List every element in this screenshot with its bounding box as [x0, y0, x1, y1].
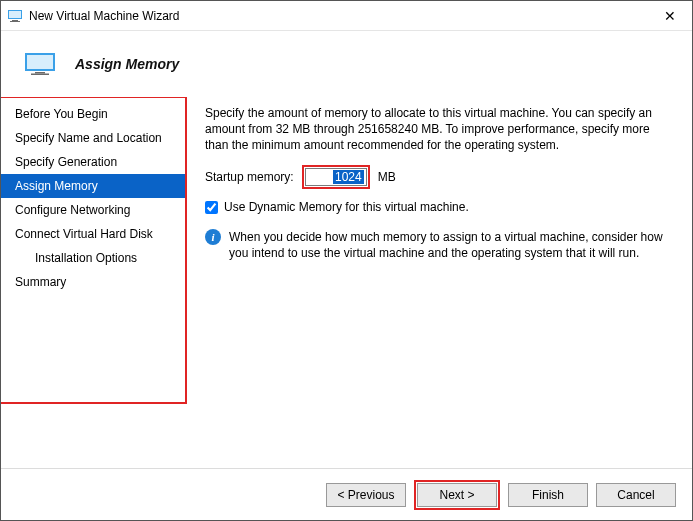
svg-rect-1	[9, 11, 21, 18]
wizard-step[interactable]: Specify Generation	[1, 150, 185, 174]
window-title: New Virtual Machine Wizard	[29, 9, 647, 23]
svg-rect-6	[35, 72, 45, 74]
next-button[interactable]: Next >	[417, 483, 497, 507]
startup-memory-label: Startup memory:	[205, 169, 294, 185]
info-icon: i	[205, 229, 221, 245]
wizard-step[interactable]: Before You Begin	[1, 102, 185, 126]
wizard-footer: < Previous Next > Finish Cancel	[1, 468, 692, 520]
startup-memory-highlight: 1024	[302, 165, 370, 189]
info-text: When you decide how much memory to assig…	[229, 229, 674, 261]
content-pane: Specify the amount of memory to allocate…	[187, 97, 692, 468]
previous-button[interactable]: < Previous	[326, 483, 406, 507]
dynamic-memory-label: Use Dynamic Memory for this virtual mach…	[224, 199, 469, 215]
wizard-window: New Virtual Machine Wizard ✕ Assign Memo…	[0, 0, 693, 521]
app-icon	[7, 8, 23, 24]
cancel-button[interactable]: Cancel	[596, 483, 676, 507]
wizard-step[interactable]: Configure Networking	[1, 198, 185, 222]
close-button[interactable]: ✕	[647, 1, 692, 30]
svg-rect-7	[31, 74, 49, 76]
memory-unit: MB	[378, 169, 396, 185]
wizard-steps: Before You BeginSpecify Name and Locatio…	[1, 97, 187, 404]
next-button-highlight: Next >	[414, 480, 500, 510]
dynamic-memory-checkbox[interactable]	[205, 201, 218, 214]
page-title: Assign Memory	[75, 56, 179, 72]
wizard-step[interactable]: Assign Memory	[1, 174, 185, 198]
wizard-step[interactable]: Specify Name and Location	[1, 126, 185, 150]
wizard-step[interactable]: Summary	[1, 270, 185, 294]
startup-memory-input[interactable]: 1024	[305, 168, 367, 186]
wizard-step[interactable]: Installation Options	[1, 246, 185, 270]
svg-rect-2	[12, 20, 18, 21]
svg-rect-3	[10, 21, 20, 22]
page-header: Assign Memory	[1, 31, 692, 97]
finish-button[interactable]: Finish	[508, 483, 588, 507]
titlebar: New Virtual Machine Wizard ✕	[1, 1, 692, 31]
wizard-step[interactable]: Connect Virtual Hard Disk	[1, 222, 185, 246]
intro-text: Specify the amount of memory to allocate…	[205, 105, 674, 153]
dynamic-memory-row[interactable]: Use Dynamic Memory for this virtual mach…	[205, 199, 674, 215]
svg-rect-5	[27, 55, 53, 69]
vm-icon	[25, 53, 55, 75]
